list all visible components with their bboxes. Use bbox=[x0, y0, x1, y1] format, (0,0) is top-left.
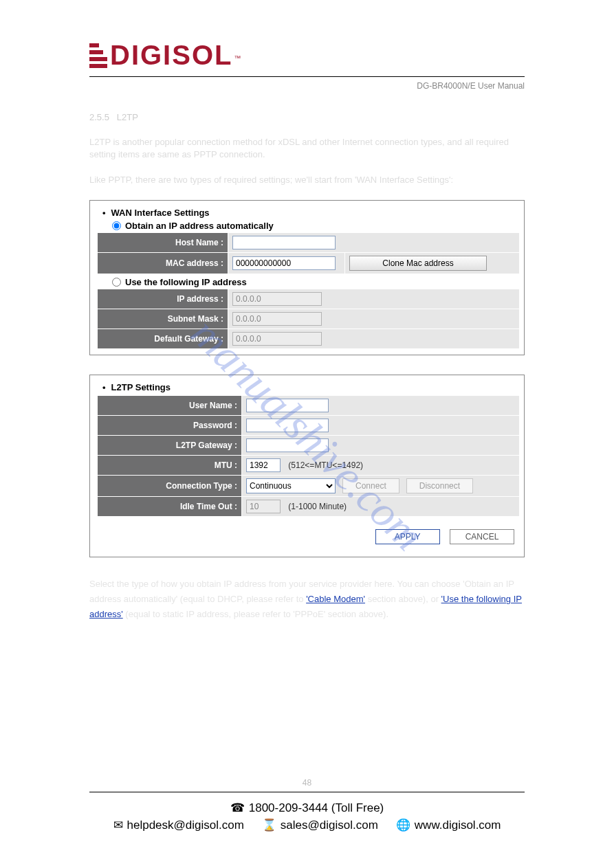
ip-mode-static-radio[interactable] bbox=[112, 278, 121, 287]
wan-auto-table: Host Name : MAC address : Clone Mac addr… bbox=[97, 232, 520, 274]
l2tp-gateway-input[interactable] bbox=[246, 438, 329, 452]
section-number: 2.5.5 bbox=[89, 112, 109, 122]
mtu-input[interactable] bbox=[246, 458, 281, 472]
table-row: IP address : bbox=[98, 289, 520, 309]
brand-logo: DIGISOL ™ bbox=[89, 40, 525, 71]
default-gateway-input[interactable] bbox=[232, 332, 322, 346]
footer-divider bbox=[89, 792, 525, 792]
mtu-label: MTU : bbox=[98, 455, 242, 475]
idle-timeout-hint: (1-1000 Minute) bbox=[288, 502, 347, 511]
product-title: DG-BR4000N/E User Manual bbox=[89, 81, 525, 91]
l2tp-gateway-label: L2TP Gateway : bbox=[98, 435, 242, 455]
globe-icon: 🌐 bbox=[396, 818, 410, 832]
table-row: Default Gateway : bbox=[98, 329, 520, 348]
default-gateway-label: Default Gateway : bbox=[98, 329, 228, 348]
cancel-button[interactable]: CANCEL bbox=[450, 529, 514, 544]
idle-timeout-label: Idle Time Out : bbox=[98, 496, 242, 516]
page-footer: 48 ☎ 1800-209-3444 (Toll Free) ✉ helpdes… bbox=[89, 778, 525, 832]
subnet-mask-label: Subnet Mask : bbox=[98, 309, 228, 329]
footer-phone: ☎ 1800-209-3444 (Toll Free) bbox=[230, 801, 384, 815]
table-row: User Name : bbox=[98, 395, 520, 415]
ip-address-input[interactable] bbox=[232, 292, 322, 306]
table-row: Subnet Mask : bbox=[98, 309, 520, 329]
table-row: L2TP Gateway : bbox=[98, 435, 520, 455]
idle-timeout-input[interactable] bbox=[246, 500, 281, 513]
username-input[interactable] bbox=[246, 399, 329, 412]
table-row: Connection Type : Continuous Connect Dis… bbox=[98, 475, 520, 496]
phone-icon: ☎ bbox=[230, 801, 245, 815]
ip-mode-auto-row[interactable]: Obtain an IP address automatically bbox=[112, 221, 520, 231]
apply-button[interactable]: APPLY bbox=[375, 529, 440, 544]
explanatory-paragraph: Select the type of how you obtain IP add… bbox=[89, 577, 525, 622]
footer-helpdesk: ✉ helpdesk@digisol.com bbox=[113, 818, 244, 832]
footer-sales-text: sales@digisol.com bbox=[281, 819, 378, 832]
table-row: MAC address : Clone Mac address bbox=[98, 252, 520, 274]
cable-modem-link[interactable]: 'Cable Modem' bbox=[306, 594, 365, 604]
l2tp-settings-panel: L2TP Settings User Name : Password : L2T… bbox=[89, 375, 525, 557]
para-mid: section above), or bbox=[368, 594, 441, 604]
mail-icon: ✉ bbox=[113, 818, 123, 832]
footer-sales: ⌛ sales@digisol.com bbox=[262, 818, 378, 832]
para-outro: (equal to static IP address, please refe… bbox=[125, 609, 388, 619]
connection-type-select[interactable]: Continuous bbox=[246, 478, 336, 493]
subnet-mask-input[interactable] bbox=[232, 312, 322, 326]
footer-phone-text: 1800-209-3444 (Toll Free) bbox=[249, 801, 384, 815]
password-label: Password : bbox=[98, 415, 242, 435]
mac-label: MAC address : bbox=[98, 252, 228, 274]
footer-web: 🌐 www.digisol.com bbox=[396, 818, 501, 832]
hourglass-icon: ⌛ bbox=[262, 818, 276, 832]
l2tp-table: User Name : Password : L2TP Gateway : MT… bbox=[97, 395, 520, 517]
host-name-input[interactable] bbox=[232, 236, 336, 249]
host-name-label: Host Name : bbox=[98, 232, 228, 252]
section-heading: 2.5.5 L2TP bbox=[89, 111, 525, 124]
ip-address-label: IP address : bbox=[98, 289, 228, 309]
disconnect-button: Disconnect bbox=[406, 478, 473, 493]
section-title: L2TP bbox=[117, 112, 138, 122]
connect-button: Connect bbox=[342, 478, 399, 493]
wan-static-table: IP address : Subnet Mask : Default Gatew… bbox=[97, 289, 520, 349]
l2tp-panel-title: L2TP Settings bbox=[102, 382, 520, 392]
mac-input[interactable] bbox=[232, 256, 336, 270]
username-label: User Name : bbox=[98, 395, 242, 415]
ip-mode-static-row[interactable]: Use the following IP address bbox=[112, 277, 520, 287]
ip-mode-auto-label: Obtain an IP address automatically bbox=[125, 221, 274, 231]
table-row: MTU : (512<=MTU<=1492) bbox=[98, 455, 520, 475]
header-divider bbox=[89, 76, 525, 77]
wan-interface-panel: WAN Interface Settings Obtain an IP addr… bbox=[89, 200, 525, 355]
table-row: Host Name : bbox=[98, 232, 520, 252]
table-row: Idle Time Out : (1-1000 Minute) bbox=[98, 496, 520, 516]
table-row: Password : bbox=[98, 415, 520, 435]
clone-mac-button[interactable]: Clone Mac address bbox=[349, 256, 487, 271]
ip-mode-static-label: Use the following IP address bbox=[125, 277, 247, 287]
logo-bars-icon bbox=[89, 43, 109, 68]
section-text: L2TP is another popular connection metho… bbox=[89, 136, 525, 186]
footer-web-text: www.digisol.com bbox=[415, 819, 501, 832]
wan-panel-title: WAN Interface Settings bbox=[102, 208, 520, 218]
ip-mode-auto-radio[interactable] bbox=[112, 221, 121, 230]
footer-helpdesk-text: helpdesk@digisol.com bbox=[127, 819, 244, 832]
trademark-symbol: ™ bbox=[234, 54, 241, 62]
mtu-hint: (512<=MTU<=1492) bbox=[288, 460, 363, 470]
brand-name: DIGISOL bbox=[110, 40, 232, 71]
password-input[interactable] bbox=[246, 419, 329, 432]
connection-type-label: Connection Type : bbox=[98, 475, 242, 496]
page-number: 48 bbox=[89, 778, 525, 788]
